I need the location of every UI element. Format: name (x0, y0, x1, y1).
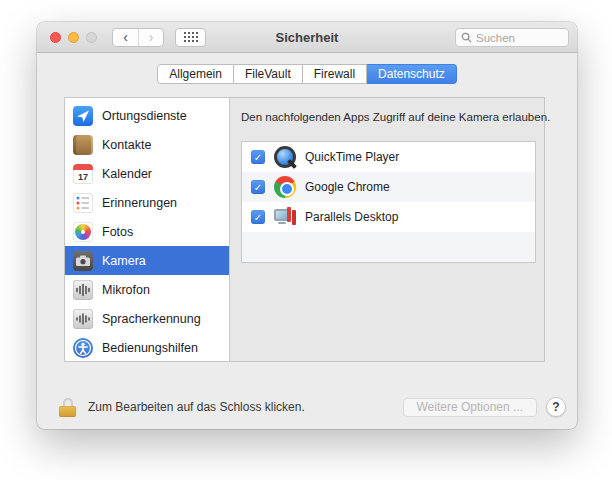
desktop-background: ‹ › Sicherheit (0, 0, 612, 480)
sidebar-item-kamera[interactable]: Kamera (65, 246, 229, 275)
grid-icon (184, 32, 198, 42)
minimize-button[interactable] (68, 32, 79, 43)
accessibility-icon (73, 338, 93, 358)
tab-allgemein[interactable]: Allgemein (157, 64, 234, 84)
lock-icon[interactable] (59, 398, 76, 417)
allowed-apps-list: ✓ QuickTime Player ✓ Google Chrome ✓ (241, 141, 536, 263)
privacy-panel: Ortungsdienste Kontakte 17 Kalender (64, 97, 545, 362)
tab-bar: Allgemein FileVault Firewall Datenschutz (37, 64, 577, 84)
parallels-desktop-icon (274, 206, 296, 228)
reminders-list-icon (73, 193, 93, 213)
calendar-icon: 17 (73, 164, 93, 184)
security-preferences-window: ‹ › Sicherheit (37, 22, 577, 429)
permissions-heading: Den nachfolgenden Apps Zugriff auf deine… (241, 111, 550, 123)
sidebar-item-bedienungshilfen[interactable]: Bedienungshilfen (65, 333, 229, 362)
tab-filevault[interactable]: FileVault (234, 64, 303, 84)
chrome-checkbox[interactable]: ✓ (251, 180, 265, 194)
search-icon (461, 32, 472, 43)
camera-icon (73, 251, 93, 271)
navigation-segmented-control: ‹ › (112, 28, 164, 47)
sidebar-item-mikrofon[interactable]: Mikrofon (65, 275, 229, 304)
back-button[interactable]: ‹ (113, 29, 138, 46)
sidebar-item-spracherkennung[interactable]: Spracherkennung (65, 304, 229, 333)
search-field[interactable] (455, 28, 569, 47)
search-input[interactable] (476, 32, 563, 44)
google-chrome-icon (274, 176, 296, 198)
zoom-button-disabled (86, 32, 97, 43)
empty-list-row (242, 232, 535, 262)
contacts-book-icon (73, 135, 93, 155)
sidebar-item-erinnerungen[interactable]: Erinnerungen (65, 188, 229, 217)
footer-bar: Zum Bearbeiten auf das Schloss klicken. … (37, 396, 577, 418)
lock-hint-text: Zum Bearbeiten auf das Schloss klicken. (88, 400, 305, 414)
speech-waveform-icon (73, 309, 93, 329)
tab-datenschutz[interactable]: Datenschutz (367, 64, 457, 84)
app-row-parallels[interactable]: ✓ Parallels Desktop (242, 202, 535, 232)
quicktime-player-icon (274, 146, 296, 168)
sidebar-item-kalender[interactable]: 17 Kalender (65, 159, 229, 188)
show-all-grid-button[interactable] (175, 28, 206, 47)
location-arrow-icon (73, 106, 93, 126)
forward-button[interactable]: › (138, 29, 163, 46)
help-button[interactable]: ? (546, 397, 566, 417)
camera-permissions-pane: Den nachfolgenden Apps Zugriff auf deine… (230, 98, 544, 361)
microphone-waveform-icon (73, 280, 93, 300)
sidebar-item-fotos[interactable]: Fotos (65, 217, 229, 246)
quicktime-checkbox[interactable]: ✓ (251, 150, 265, 164)
app-row-chrome[interactable]: ✓ Google Chrome (242, 172, 535, 202)
app-row-quicktime[interactable]: ✓ QuickTime Player (242, 142, 535, 172)
title-bar: ‹ › Sicherheit (37, 22, 577, 53)
sidebar-item-kontakte[interactable]: Kontakte (65, 130, 229, 159)
privacy-sidebar: Ortungsdienste Kontakte 17 Kalender (65, 98, 230, 361)
parallels-checkbox[interactable]: ✓ (251, 210, 265, 224)
close-button[interactable] (50, 32, 61, 43)
photos-pinwheel-icon (73, 222, 93, 242)
more-options-button[interactable]: Weitere Optionen ... (403, 398, 538, 417)
traffic-lights (50, 32, 97, 43)
sidebar-item-ortungsdienste[interactable]: Ortungsdienste (65, 101, 229, 130)
tab-firewall[interactable]: Firewall (303, 64, 367, 84)
